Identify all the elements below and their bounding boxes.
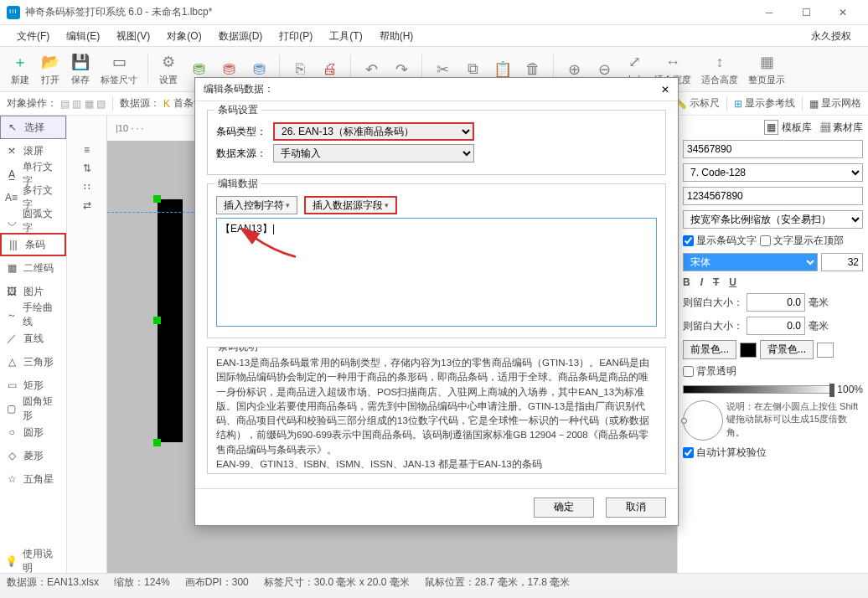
tool-circle[interactable]: ○圆形 xyxy=(0,420,66,444)
close-button[interactable]: ✕ xyxy=(824,0,861,25)
show-barcode-text-checkbox[interactable]: 显示条码文字 xyxy=(683,234,757,248)
tool-select[interactable]: ↖选择 xyxy=(0,116,66,139)
menu-tools[interactable]: 工具(T) xyxy=(321,25,370,47)
show-grid-toggle[interactable]: 显示网格 xyxy=(821,96,861,111)
bold-button[interactable]: B xyxy=(683,276,690,288)
toolbar-⊕[interactable]: ⊕ xyxy=(559,59,589,80)
lock-icon[interactable]: ⇄ xyxy=(67,196,106,214)
menu-help[interactable]: 帮助(H) xyxy=(371,25,422,47)
toolbar-设置[interactable]: ⚙设置 xyxy=(153,52,183,86)
tool-multi-text[interactable]: A≡多行文字 xyxy=(0,186,66,209)
tool-star[interactable]: ☆五角星 xyxy=(0,467,66,491)
menu-view[interactable]: 视图(V) xyxy=(108,25,158,47)
italic-button[interactable]: I xyxy=(700,276,703,288)
barcode-type-select[interactable]: 26. EAN-13（标准商品条码） xyxy=(273,122,474,141)
font-select[interactable]: 宋体 xyxy=(683,253,818,271)
maximize-button[interactable]: ☐ xyxy=(788,0,824,25)
pan-icon: ⤧ xyxy=(5,145,18,157)
margin-right-label: 则留白大小： xyxy=(683,319,743,333)
toolbar-↶[interactable]: ↶ xyxy=(356,59,386,80)
toolbar-✂[interactable]: ✂ xyxy=(427,59,457,80)
toolbar-icon: ✂ xyxy=(432,59,452,80)
toolbar-📋[interactable]: 📋 xyxy=(488,59,518,80)
toolbar-整页显示[interactable]: ▦整页显示 xyxy=(743,52,790,86)
scale-mode-select[interactable]: 按宽窄条比例缩放（安全易扫） xyxy=(683,210,863,229)
margin2-field[interactable] xyxy=(747,317,805,335)
cancel-button[interactable]: 取消 xyxy=(606,497,666,518)
show-guides-toggle[interactable]: 显示参考线 xyxy=(745,96,795,111)
font-size-field[interactable] xyxy=(821,253,863,271)
margin1-field[interactable] xyxy=(747,293,805,312)
barcode-preview[interactable] xyxy=(158,199,183,442)
tool-line[interactable]: ／直线 xyxy=(0,327,66,350)
angle-dial[interactable] xyxy=(683,400,723,441)
menu-file[interactable]: 文件(F) xyxy=(8,25,58,47)
tool-rhombus[interactable]: ◇菱形 xyxy=(0,444,66,467)
help-link[interactable]: 💡使用说明 xyxy=(0,549,66,573)
toolbar-⎘[interactable]: ⎘ xyxy=(285,59,315,80)
data-source-select[interactable]: 手动输入 xyxy=(273,144,474,162)
text-on-top-checkbox[interactable]: 文字显示在顶部 xyxy=(760,234,844,248)
insert-control-char-button[interactable]: 插入控制字符 xyxy=(216,196,297,214)
window-titlebar: 神奇条码标签打印系统 6.0 - 未命名1.lbcp* ─ ☐ ✕ xyxy=(0,0,868,25)
menu-datasource[interactable]: 数据源(D) xyxy=(210,25,271,47)
tool-qrcode[interactable]: ▦二维码 xyxy=(0,256,66,280)
secondary-sidebar: ≡ ⇅ ∷ ⇄ xyxy=(67,116,107,573)
dialog-close-button[interactable]: ✕ xyxy=(661,84,669,95)
template-lib-button[interactable]: ▦ 模板库 xyxy=(764,121,811,135)
tool-triangle[interactable]: △三角形 xyxy=(0,350,66,374)
tool-sidebar: ↖选择⤧滚屏A̲单行文字A≡多行文字◡圆弧文字|||条码▦二维码🖼图片～手绘曲线… xyxy=(0,116,67,573)
opacity-slider[interactable] xyxy=(683,385,834,394)
object-ops-label: 对象操作： xyxy=(7,96,57,111)
bg-transparent-checkbox[interactable]: 背景透明 xyxy=(683,364,736,379)
minimize-button[interactable]: ─ xyxy=(751,0,788,25)
toolbar-↷[interactable]: ↷ xyxy=(386,59,416,80)
tool-pan[interactable]: ⤧滚屏 xyxy=(0,139,66,162)
menu-print[interactable]: 打印(P) xyxy=(271,25,321,47)
toolbar-适合高度[interactable]: ↕适合高度 xyxy=(696,52,743,86)
align-icon[interactable]: ≡ xyxy=(67,141,106,159)
menu-object[interactable]: 对象(O) xyxy=(158,25,209,47)
material-lib-button[interactable]: ▦ 素材库 xyxy=(820,121,863,135)
barcode-data-textarea[interactable]: 【EAN13】| xyxy=(216,218,657,327)
toolbar-⛃[interactable]: ⛃ xyxy=(214,59,244,80)
ok-button[interactable]: 确定 xyxy=(534,497,594,518)
tool-single-text[interactable]: A̲单行文字 xyxy=(0,162,66,186)
toolbar-保存[interactable]: 💾保存 xyxy=(65,52,96,86)
underline-button[interactable]: U xyxy=(729,276,736,288)
toolbar-标签尺寸[interactable]: ▭标签尺寸 xyxy=(96,52,142,86)
strike-button[interactable]: T xyxy=(713,276,719,288)
tool-arc-text[interactable]: ◡圆弧文字 xyxy=(0,209,66,233)
insert-datasource-field-button[interactable]: 插入数据源字段 xyxy=(304,196,397,214)
tool-roundrect[interactable]: ▢圆角矩形 xyxy=(0,397,66,420)
toolbar-⧉[interactable]: ⧉ xyxy=(457,59,488,80)
auto-checksum-checkbox[interactable]: 自动计算校验位 xyxy=(683,446,767,460)
toolbar-icon: ▭ xyxy=(109,52,129,72)
sample-number-field[interactable] xyxy=(683,140,863,158)
tool-freehand[interactable]: ～手绘曲线 xyxy=(0,303,66,327)
show-ruler-toggle[interactable]: 示标尺 xyxy=(690,96,720,111)
code-value-field[interactable] xyxy=(683,187,863,205)
toolbar-icon: ↷ xyxy=(391,59,411,80)
toolbar-⊖[interactable]: ⊖ xyxy=(589,59,619,80)
move-icon[interactable]: ⇅ xyxy=(67,159,106,178)
toolbar-icon: ⛃ xyxy=(249,59,269,80)
background-color-button[interactable]: 背景色... xyxy=(760,340,814,359)
toolbar-🖨[interactable]: 🖨 xyxy=(315,59,345,80)
tool-image[interactable]: 🖼图片 xyxy=(0,280,66,303)
menu-edit[interactable]: 编辑(E) xyxy=(58,25,108,47)
layer-icons[interactable]: ▤ ▥ ▦ ▧ xyxy=(60,98,106,110)
toolbar-⛃[interactable]: ⛃ xyxy=(183,59,214,80)
toolbar-icon: ↕ xyxy=(710,52,730,72)
ds-nav-first-icon[interactable]: K xyxy=(163,98,170,110)
toolbar-icon: ⛃ xyxy=(189,59,209,80)
tool-barcode[interactable]: |||条码 xyxy=(0,233,66,256)
toolbar-⛃[interactable]: ⛃ xyxy=(244,59,274,80)
foreground-color-button[interactable]: 前景色... xyxy=(683,340,736,359)
dots-icon[interactable]: ∷ xyxy=(67,178,106,196)
toolbar-打开[interactable]: 📂打开 xyxy=(35,52,65,86)
code-type-select[interactable]: 7. Code-128 xyxy=(683,163,863,182)
toolbar-🗑[interactable]: 🗑 xyxy=(518,59,548,80)
toolbar-新建[interactable]: ＋新建 xyxy=(5,52,35,86)
tool-rect[interactable]: ▭矩形 xyxy=(0,374,66,397)
